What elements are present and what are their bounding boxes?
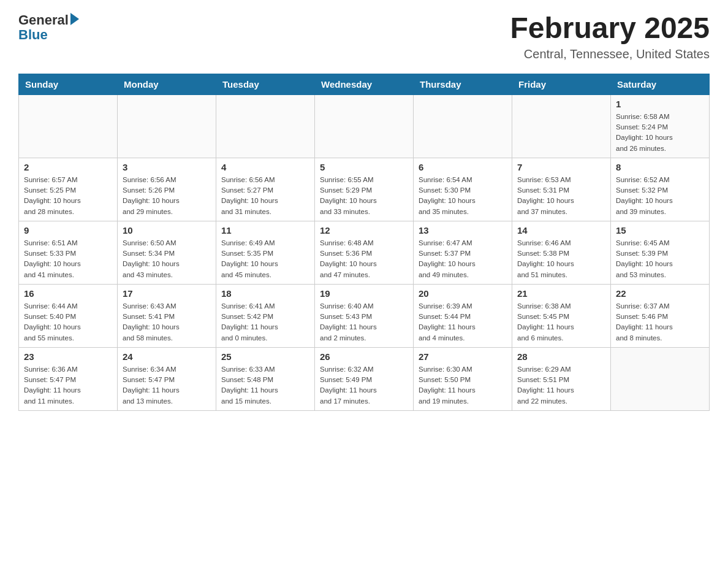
day-cell [216,94,315,158]
day-cell [315,94,414,158]
day-cell: 1Sunrise: 6:58 AM Sunset: 5:24 PM Daylig… [611,94,710,158]
day-info: Sunrise: 6:53 AM Sunset: 5:31 PM Dayligh… [517,175,605,217]
day-number: 27 [419,351,507,362]
day-info: Sunrise: 6:40 AM Sunset: 5:43 PM Dayligh… [320,301,408,343]
day-info: Sunrise: 6:50 AM Sunset: 5:34 PM Dayligh… [123,238,211,280]
day-number: 9 [24,225,112,236]
day-cell: 19Sunrise: 6:40 AM Sunset: 5:43 PM Dayli… [315,284,414,347]
header-cell-friday: Friday [512,74,611,94]
day-cell: 12Sunrise: 6:48 AM Sunset: 5:36 PM Dayli… [315,221,414,284]
day-info: Sunrise: 6:49 AM Sunset: 5:35 PM Dayligh… [221,238,309,280]
header-cell-monday: Monday [118,74,216,94]
day-cell: 24Sunrise: 6:34 AM Sunset: 5:47 PM Dayli… [118,347,216,410]
day-info: Sunrise: 6:54 AM Sunset: 5:30 PM Dayligh… [419,175,507,217]
day-cell: 22Sunrise: 6:37 AM Sunset: 5:46 PM Dayli… [611,284,710,347]
header-cell-thursday: Thursday [414,74,512,94]
day-info: Sunrise: 6:41 AM Sunset: 5:42 PM Dayligh… [221,301,309,343]
day-info: Sunrise: 6:47 AM Sunset: 5:37 PM Dayligh… [419,238,507,280]
day-info: Sunrise: 6:34 AM Sunset: 5:47 PM Dayligh… [123,364,211,407]
day-number: 5 [320,162,408,172]
logo-blue-text: Blue [18,27,48,43]
day-number: 13 [419,225,507,236]
day-cell: 2Sunrise: 6:57 AM Sunset: 5:25 PM Daylig… [19,158,118,221]
day-cell [512,94,611,158]
day-number: 18 [221,288,309,299]
day-cell: 8Sunrise: 6:52 AM Sunset: 5:32 PM Daylig… [611,158,710,221]
day-number: 8 [616,162,704,172]
header-cell-tuesday: Tuesday [216,74,315,94]
day-number: 25 [221,351,309,362]
day-cell [19,94,118,158]
day-cell: 23Sunrise: 6:36 AM Sunset: 5:47 PM Dayli… [19,347,118,410]
day-info: Sunrise: 6:44 AM Sunset: 5:40 PM Dayligh… [24,301,112,343]
week-row-2: 2Sunrise: 6:57 AM Sunset: 5:25 PM Daylig… [19,158,710,221]
logo-top: General [18,12,79,28]
location-title: Central, Tennessee, United States [510,47,710,61]
week-row-5: 23Sunrise: 6:36 AM Sunset: 5:47 PM Dayli… [19,347,710,410]
header-cell-saturday: Saturday [611,74,710,94]
week-row-1: 1Sunrise: 6:58 AM Sunset: 5:24 PM Daylig… [19,94,710,158]
page-header: General Blue February 2025 Central, Tenn… [18,12,710,61]
day-cell: 4Sunrise: 6:56 AM Sunset: 5:27 PM Daylig… [216,158,315,221]
day-number: 6 [419,162,507,172]
day-number: 12 [320,225,408,236]
day-number: 23 [24,351,112,362]
day-number: 10 [123,225,211,236]
day-cell: 6Sunrise: 6:54 AM Sunset: 5:30 PM Daylig… [414,158,512,221]
day-cell: 9Sunrise: 6:51 AM Sunset: 5:33 PM Daylig… [19,221,118,284]
day-cell: 25Sunrise: 6:33 AM Sunset: 5:48 PM Dayli… [216,347,315,410]
day-info: Sunrise: 6:30 AM Sunset: 5:50 PM Dayligh… [419,364,507,407]
day-number: 20 [419,288,507,299]
day-info: Sunrise: 6:37 AM Sunset: 5:46 PM Dayligh… [616,301,704,343]
header-cell-sunday: Sunday [19,74,118,94]
day-cell: 13Sunrise: 6:47 AM Sunset: 5:37 PM Dayli… [414,221,512,284]
day-info: Sunrise: 6:39 AM Sunset: 5:44 PM Dayligh… [419,301,507,343]
day-info: Sunrise: 6:33 AM Sunset: 5:48 PM Dayligh… [221,364,309,407]
day-info: Sunrise: 6:52 AM Sunset: 5:32 PM Dayligh… [616,175,704,217]
day-number: 16 [24,288,112,299]
day-cell: 18Sunrise: 6:41 AM Sunset: 5:42 PM Dayli… [216,284,315,347]
day-info: Sunrise: 6:43 AM Sunset: 5:41 PM Dayligh… [123,301,211,343]
day-number: 14 [517,225,605,236]
week-row-3: 9Sunrise: 6:51 AM Sunset: 5:33 PM Daylig… [19,221,710,284]
logo: General Blue [18,12,79,43]
day-cell: 11Sunrise: 6:49 AM Sunset: 5:35 PM Dayli… [216,221,315,284]
day-number: 2 [24,162,112,172]
day-number: 17 [123,288,211,299]
title-block: February 2025 Central, Tennessee, United… [510,12,710,61]
calendar-table: SundayMondayTuesdayWednesdayThursdayFrid… [18,74,710,411]
day-number: 19 [320,288,408,299]
day-cell: 28Sunrise: 6:29 AM Sunset: 5:51 PM Dayli… [512,347,611,410]
day-number: 3 [123,162,211,172]
day-number: 26 [320,351,408,362]
logo-arrow-icon [70,13,79,25]
month-title: February 2025 [510,12,710,45]
day-cell: 17Sunrise: 6:43 AM Sunset: 5:41 PM Dayli… [118,284,216,347]
week-row-4: 16Sunrise: 6:44 AM Sunset: 5:40 PM Dayli… [19,284,710,347]
day-number: 7 [517,162,605,172]
day-cell [414,94,512,158]
day-info: Sunrise: 6:56 AM Sunset: 5:27 PM Dayligh… [221,175,309,217]
calendar-header: SundayMondayTuesdayWednesdayThursdayFrid… [19,74,710,94]
day-cell: 7Sunrise: 6:53 AM Sunset: 5:31 PM Daylig… [512,158,611,221]
day-info: Sunrise: 6:51 AM Sunset: 5:33 PM Dayligh… [24,238,112,280]
day-number: 1 [616,99,704,109]
day-info: Sunrise: 6:55 AM Sunset: 5:29 PM Dayligh… [320,175,408,217]
day-cell: 15Sunrise: 6:45 AM Sunset: 5:39 PM Dayli… [611,221,710,284]
day-info: Sunrise: 6:48 AM Sunset: 5:36 PM Dayligh… [320,238,408,280]
day-info: Sunrise: 6:45 AM Sunset: 5:39 PM Dayligh… [616,238,704,280]
logo-general-text: General [18,12,69,28]
day-info: Sunrise: 6:46 AM Sunset: 5:38 PM Dayligh… [517,238,605,280]
header-cell-wednesday: Wednesday [315,74,414,94]
day-number: 21 [517,288,605,299]
day-number: 28 [517,351,605,362]
day-cell: 3Sunrise: 6:56 AM Sunset: 5:26 PM Daylig… [118,158,216,221]
header-row: SundayMondayTuesdayWednesdayThursdayFrid… [19,74,710,94]
day-cell: 21Sunrise: 6:38 AM Sunset: 5:45 PM Dayli… [512,284,611,347]
day-cell: 27Sunrise: 6:30 AM Sunset: 5:50 PM Dayli… [414,347,512,410]
day-cell: 20Sunrise: 6:39 AM Sunset: 5:44 PM Dayli… [414,284,512,347]
day-info: Sunrise: 6:58 AM Sunset: 5:24 PM Dayligh… [616,112,704,154]
day-number: 22 [616,288,704,299]
day-number: 15 [616,225,704,236]
day-info: Sunrise: 6:29 AM Sunset: 5:51 PM Dayligh… [517,364,605,407]
